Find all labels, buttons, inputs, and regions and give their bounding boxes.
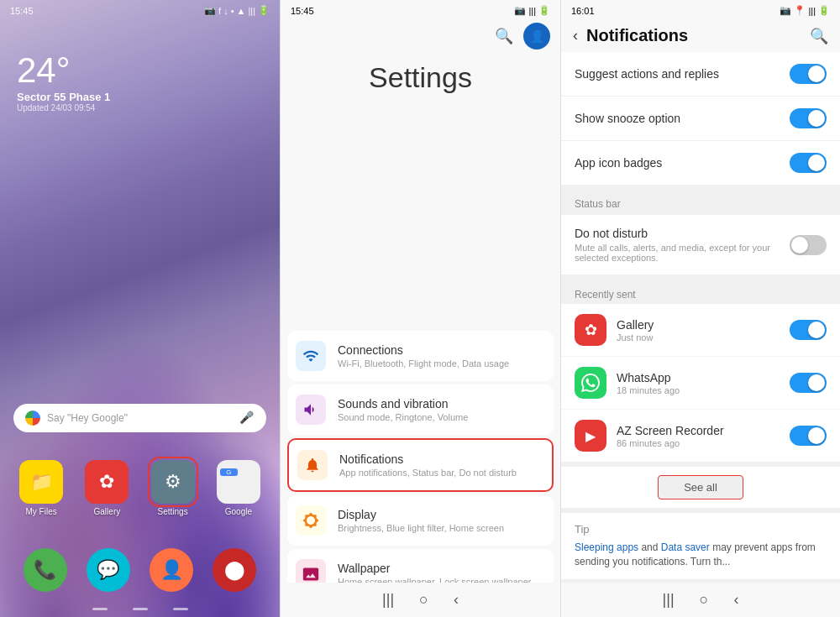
settings-icon: ⚙ bbox=[151, 460, 195, 504]
display-sub: Brightness, Blue light filter, Home scre… bbox=[338, 523, 545, 533]
show-snooze-label: Show snooze option bbox=[575, 112, 790, 125]
n-location-icon: 📍 bbox=[794, 5, 806, 16]
tip-link-datasaver[interactable]: Data saver bbox=[661, 541, 710, 553]
whatsapp-app-text: WhatsApp 18 minutes ago bbox=[617, 371, 780, 395]
whatsapp-toggle[interactable] bbox=[790, 373, 827, 393]
see-all-button[interactable]: See all bbox=[658, 475, 743, 499]
wallpaper-sub: Home screen wallpaper, Lock screen wallp… bbox=[338, 577, 545, 583]
settings-toolbar: 🔍 👤 bbox=[281, 19, 560, 53]
app-icon-badges-row: App icon badges bbox=[561, 141, 840, 185]
settings-nav-recents[interactable]: ‹ bbox=[454, 591, 459, 609]
notifications-text: Notifications App notifications, Status … bbox=[339, 452, 543, 478]
s-battery-icon: 🔋 bbox=[538, 5, 550, 16]
display-icon bbox=[296, 505, 326, 536]
camera-icon: ⬤ bbox=[213, 548, 256, 592]
notif-nav-home[interactable]: ○ bbox=[700, 591, 709, 609]
notifications-sub: App notifications, Status bar, Do not di… bbox=[339, 468, 543, 478]
notif-nav-recents[interactable]: ‹ bbox=[733, 591, 738, 609]
settings-avatar[interactable]: 👤 bbox=[523, 23, 550, 50]
wallpaper-text: Wallpaper Home screen wallpaper, Lock sc… bbox=[338, 562, 545, 583]
dnd-toggle[interactable] bbox=[790, 235, 827, 255]
home-nav-bar bbox=[0, 608, 280, 610]
settings-title-area: Settings bbox=[281, 53, 560, 331]
location: Sector 55 Phase 1 bbox=[17, 91, 110, 103]
settings-nav-back[interactable]: ||| bbox=[382, 591, 394, 609]
signal-status-icon: ||| bbox=[248, 6, 255, 16]
notif-header: ‹ Notifications 🔍 bbox=[561, 19, 840, 52]
az-app-text: AZ Screen Recorder 86 minutes ago bbox=[617, 424, 780, 448]
facebook-status-icon: f bbox=[218, 6, 221, 16]
status-bar-label: Status bar bbox=[575, 198, 621, 210]
settings-item-notifications[interactable]: Notifications App notifications, Status … bbox=[287, 438, 554, 492]
notif-content: Suggest actions and replies Show snooze … bbox=[561, 52, 840, 583]
app-settings[interactable]: ⚙ Settings bbox=[145, 460, 201, 516]
app-icon-badges-toggle[interactable] bbox=[790, 153, 827, 173]
app-row-az[interactable]: ▶ AZ Screen Recorder 86 minutes ago bbox=[561, 410, 840, 462]
nav-recents bbox=[173, 608, 188, 610]
google-search-bar[interactable]: Say "Hey Google" 🎤 bbox=[13, 404, 266, 432]
gallery-app-time: Just now bbox=[617, 332, 780, 342]
app-gallery[interactable]: ✿ Gallery bbox=[79, 460, 134, 516]
dock-phone[interactable]: 📞 bbox=[24, 548, 67, 592]
settings-item-wallpaper[interactable]: Wallpaper Home screen wallpaper, Lock sc… bbox=[287, 549, 554, 583]
settings-page-title: Settings bbox=[369, 61, 472, 314]
tip-link-sleeping[interactable]: Sleeping apps bbox=[575, 541, 638, 553]
dock-camera[interactable]: ⬤ bbox=[213, 548, 256, 592]
notif-search-button[interactable]: 🔍 bbox=[810, 27, 828, 45]
app-google[interactable]: G Google bbox=[211, 460, 266, 516]
connections-icon bbox=[296, 341, 326, 371]
gallery-app-name: Gallery bbox=[617, 318, 780, 332]
google-label: Google bbox=[225, 507, 252, 516]
suggest-actions-toggle[interactable] bbox=[790, 64, 827, 84]
app-row-whatsapp[interactable]: WhatsApp 18 minutes ago bbox=[561, 357, 840, 410]
gallery-app-icon: ✿ bbox=[575, 314, 606, 346]
home-status-bar: 15:45 📷 f ↓ • ▲ ||| 🔋 bbox=[0, 0, 280, 19]
settings-item-sounds[interactable]: Sounds and vibration Sound mode, Rington… bbox=[287, 384, 554, 435]
n-battery-icon: 🔋 bbox=[818, 5, 830, 16]
settings-item-connections[interactable]: Connections Wi-Fi, Bluetooth, Flight mod… bbox=[287, 331, 554, 381]
settings-status-bar: 15:45 📷 ||| 🔋 bbox=[281, 0, 560, 19]
recently-sent-label: Recently sent bbox=[575, 289, 636, 301]
sounds-title: Sounds and vibration bbox=[338, 397, 545, 410]
show-snooze-row: Show snooze option bbox=[561, 97, 840, 141]
my-files-icon: 📁 bbox=[19, 460, 63, 504]
suggest-actions-row: Suggest actions and replies bbox=[561, 52, 840, 97]
s-signal-icon: ||| bbox=[528, 6, 536, 16]
gallery-toggle[interactable] bbox=[790, 320, 827, 340]
app-row-gallery[interactable]: ✿ Gallery Just now bbox=[561, 304, 840, 357]
temperature: 24° bbox=[17, 50, 110, 91]
nav-back bbox=[92, 608, 108, 610]
notif-time: 16:01 bbox=[571, 6, 595, 16]
notif-back-button[interactable]: ‹ bbox=[573, 27, 578, 44]
tip-title: Tip bbox=[575, 523, 827, 536]
display-text: Display Brightness, Blue light filter, H… bbox=[338, 508, 545, 533]
s-camera-icon: 📷 bbox=[514, 5, 526, 16]
microphone-icon[interactable]: 🎤 bbox=[239, 410, 255, 426]
show-snooze-toggle[interactable] bbox=[790, 108, 827, 128]
settings-status-icons: 📷 ||| 🔋 bbox=[514, 5, 550, 16]
google-logo bbox=[25, 410, 40, 426]
notif-nav-back[interactable]: ||| bbox=[663, 591, 675, 609]
download-status-icon: ↓ bbox=[223, 6, 228, 16]
google-apps-icon: G bbox=[217, 460, 260, 504]
app-my-files[interactable]: 📁 My Files bbox=[13, 460, 69, 516]
sounds-icon bbox=[296, 395, 326, 425]
settings-search-icon[interactable]: 🔍 bbox=[495, 27, 513, 45]
gallery-label: Gallery bbox=[94, 507, 121, 516]
az-toggle[interactable] bbox=[790, 426, 827, 446]
settings-list: Connections Wi-Fi, Bluetooth, Flight mod… bbox=[281, 331, 560, 583]
dock-messages[interactable]: 💬 bbox=[87, 548, 130, 592]
phone-icon: 📞 bbox=[24, 548, 67, 592]
settings-label: Settings bbox=[158, 507, 188, 516]
home-status-icons: 📷 f ↓ • ▲ ||| 🔋 bbox=[204, 5, 270, 16]
nav-home bbox=[133, 608, 148, 610]
search-placeholder-text: Say "Hey Google" bbox=[47, 412, 233, 424]
whatsapp-app-time: 18 minutes ago bbox=[617, 385, 780, 395]
app-icon-badges-label: App icon badges bbox=[575, 156, 790, 170]
settings-nav-home[interactable]: ○ bbox=[419, 591, 428, 609]
whatsapp-app-name: WhatsApp bbox=[617, 371, 780, 384]
home-screen: 15:45 📷 f ↓ • ▲ ||| 🔋 24° Sector 55 Phas… bbox=[0, 0, 280, 617]
dock-contacts[interactable]: 👤 bbox=[150, 548, 193, 592]
settings-item-display[interactable]: Display Brightness, Blue light filter, H… bbox=[287, 495, 554, 546]
notif-status-bar: 16:01 📷 📍 ||| 🔋 bbox=[561, 0, 840, 19]
